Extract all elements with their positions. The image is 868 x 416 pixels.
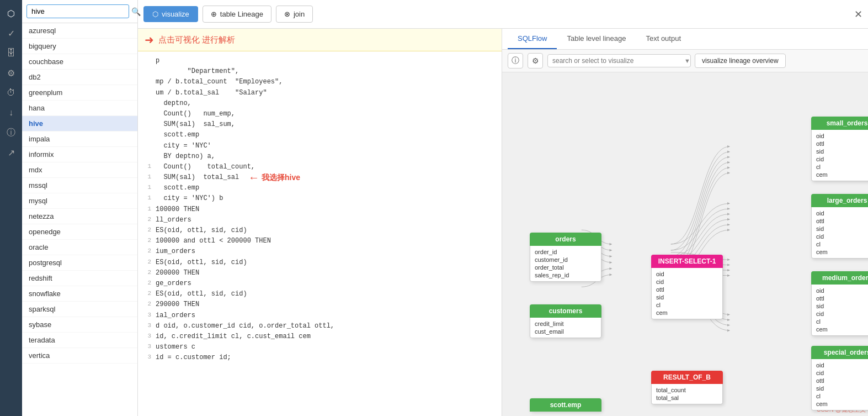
search-icon[interactable]: 🔍 [131, 7, 141, 16]
tab-sqlflow[interactable]: SQLFlow [508, 29, 557, 49]
dialect-item-sparksql[interactable]: sparksql [22, 302, 137, 317]
table-lineage-button[interactable]: ⊕ table Lineage [203, 6, 271, 23]
annotation-banner: ➜ 点击可视化 进行解析 [138, 29, 502, 51]
lineage-node-medium-orders[interactable]: medium_ordersoidottlsidcidclcem [811, 271, 868, 336]
node-header: INSERT-SELECT-1 [651, 255, 723, 268]
node-header: small_orders [811, 117, 868, 130]
settings-icon-btn[interactable]: ⚙ [528, 53, 543, 69]
dialect-item-greenplum[interactable]: greenplum [22, 85, 137, 101]
dialect-item-mdx[interactable]: mdx [22, 162, 137, 178]
lineage-node-large-orders[interactable]: large_ordersoidottlsidcidclcem [811, 194, 868, 259]
dialect-item-hana[interactable]: hana [22, 101, 137, 116]
node-field: ottl [656, 286, 718, 293]
lineage-node-scott-emp[interactable]: scott.emp [530, 398, 601, 412]
dialect-item-redshift[interactable]: redshift [22, 271, 137, 286]
node-body: oidottlsidcidclcem [811, 285, 868, 336]
dialect-item-azuresql[interactable]: azuresql [22, 23, 137, 39]
lineage-node-customers[interactable]: customerscredit_limitcust_email [530, 304, 601, 338]
line-content: ES(oid, ottl, sid, cid) [156, 289, 247, 299]
node-field: cem [816, 400, 868, 408]
dialect-item-postgresql[interactable]: postgresql [22, 255, 137, 271]
node-header: customers [530, 304, 601, 318]
svg-marker-18 [727, 259, 729, 261]
svg-marker-13 [727, 208, 729, 210]
line-content: SUM(sal) sal_sum, [156, 119, 235, 130]
svg-marker-23 [727, 319, 729, 321]
lineage-overview-button[interactable]: visualize lineage overview [695, 54, 786, 68]
dialect-item-hive[interactable]: hive [22, 116, 137, 131]
info-icon-btn[interactable]: ⓘ [508, 53, 523, 69]
dialect-item-vertica[interactable]: vertica [22, 348, 137, 364]
node-field: cem [816, 171, 868, 178]
close-button[interactable]: ✕ [854, 8, 862, 20]
line-content: ial_orders [156, 310, 195, 321]
svg-marker-14 [727, 213, 729, 215]
lineage-node-small-orders[interactable]: small_ordersoidottlsidcidclcem [811, 117, 868, 181]
download-icon[interactable]: ↓ [2, 104, 20, 122]
node-field: total_count [656, 386, 718, 394]
node-header: medium_orders [811, 271, 868, 285]
share-icon[interactable]: ↗ [2, 144, 20, 161]
node-field: oid [816, 132, 868, 140]
database-icon[interactable]: 🗄 [2, 44, 20, 62]
lineage-search-input[interactable] [547, 54, 691, 67]
svg-marker-9 [727, 161, 729, 164]
dialect-item-bigquery[interactable]: bigquery [22, 39, 137, 54]
dialect-item-openedge[interactable]: openedge [22, 224, 137, 240]
info-icon[interactable]: ⓘ [2, 124, 20, 141]
logo-icon[interactable]: ⬡ [2, 4, 20, 22]
history-icon[interactable]: ⏱ [2, 84, 20, 102]
tab-table-level-lineage[interactable]: Table level lineage [557, 29, 636, 49]
dialect-item-teradata[interactable]: teradata [22, 333, 137, 348]
node-field: oid [656, 270, 718, 278]
svg-marker-3 [609, 261, 611, 264]
lineage-node-insert-select-1[interactable]: INSERT-SELECT-1oidcidottlsidclcem [651, 255, 723, 319]
node-field: cem [816, 248, 868, 256]
dialect-item-mssql[interactable]: mssql [22, 178, 137, 193]
svg-marker-22 [727, 313, 729, 315]
dialect-item-db2[interactable]: db2 [22, 70, 137, 85]
line-content: p [156, 56, 159, 66]
line-number [140, 109, 156, 119]
dropdown-chevron-icon: ▼ [684, 57, 690, 64]
node-field: cid [816, 369, 868, 377]
line-number: 2 [140, 257, 156, 268]
svg-marker-7 [727, 151, 729, 153]
svg-marker-4 [609, 267, 611, 270]
line-content: SUM(sal) total_sal [156, 172, 239, 183]
line-number [140, 77, 156, 87]
dialect-item-impala[interactable]: impala [22, 131, 137, 147]
line-number: 3 [140, 342, 156, 352]
dialect-item-oracle[interactable]: oracle [22, 240, 137, 255]
dialect-item-couchbase[interactable]: couchbase [22, 54, 137, 70]
search-input[interactable] [26, 4, 129, 18]
gear-icon[interactable]: ⚙ [2, 64, 20, 82]
dialect-item-mysql[interactable]: mysql [22, 193, 137, 209]
dialect-item-netezza[interactable]: netezza [22, 209, 137, 224]
line-content: ES(oid, ottl, sid, cid) [156, 257, 247, 268]
node-header: RESULT_OF_B [651, 371, 723, 384]
node-field: oid [816, 361, 868, 369]
join-button[interactable]: ⊗ join [276, 6, 313, 23]
tab-text-output[interactable]: Text output [636, 29, 691, 49]
sql-line: 1100000 THEN [138, 204, 502, 215]
node-field: sid [816, 302, 868, 310]
line-content: "Department", [156, 66, 239, 77]
lineage-node-orders[interactable]: ordersorder_idcustomer_idorder_totalsale… [530, 233, 601, 282]
node-body: order_idcustomer_idorder_totalsales_rep_… [530, 246, 601, 282]
line-content: city = 'NYC' [156, 141, 211, 151]
dialect-item-sybase[interactable]: sybase [22, 317, 137, 333]
visualize-button[interactable]: ⬡ visualize [143, 6, 198, 22]
dialect-item-snowflake[interactable]: snowflake [22, 286, 137, 302]
line-number [140, 66, 156, 77]
left-panel: 🔍 azuresqlbigquerycouchbasedb2greenplumh… [22, 0, 138, 416]
node-body: oidcidottlsidclcem [651, 268, 723, 319]
sql-editor[interactable]: p "Department",mp / b.total_count "Emplo… [138, 51, 502, 414]
dialect-item-informix[interactable]: informix [22, 147, 137, 162]
table-lineage-icon: ⊕ [211, 10, 217, 18]
sql-line: city = 'NYC' [138, 141, 502, 151]
check-icon[interactable]: ✓ [2, 24, 20, 42]
lineage-node-result-of-b[interactable]: RESULT_OF_Btotal_counttotal_sal [651, 371, 723, 404]
lineage-node-special-orders[interactable]: special_ordersoidcidottlsidclcem [811, 346, 868, 410]
node-header: orders [530, 233, 601, 246]
